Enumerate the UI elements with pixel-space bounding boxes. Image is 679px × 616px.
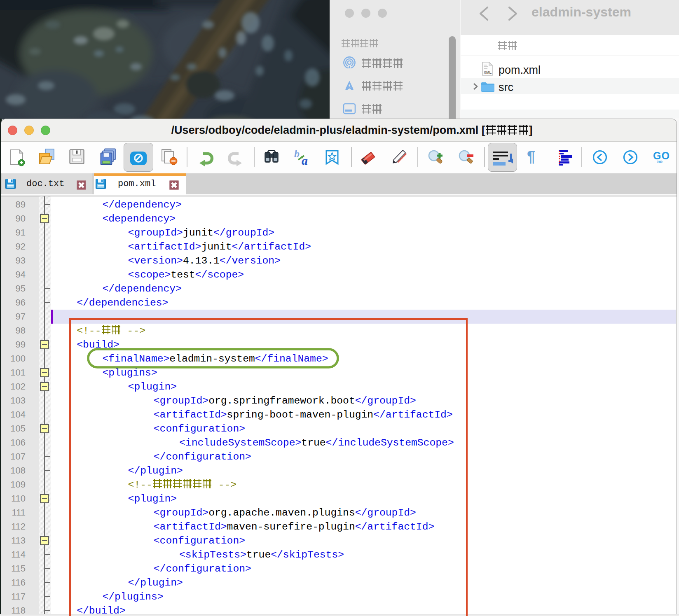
svg-text:a: a	[302, 154, 308, 166]
svg-text:b: b	[294, 149, 300, 160]
svg-text:XML: XML	[484, 70, 492, 75]
